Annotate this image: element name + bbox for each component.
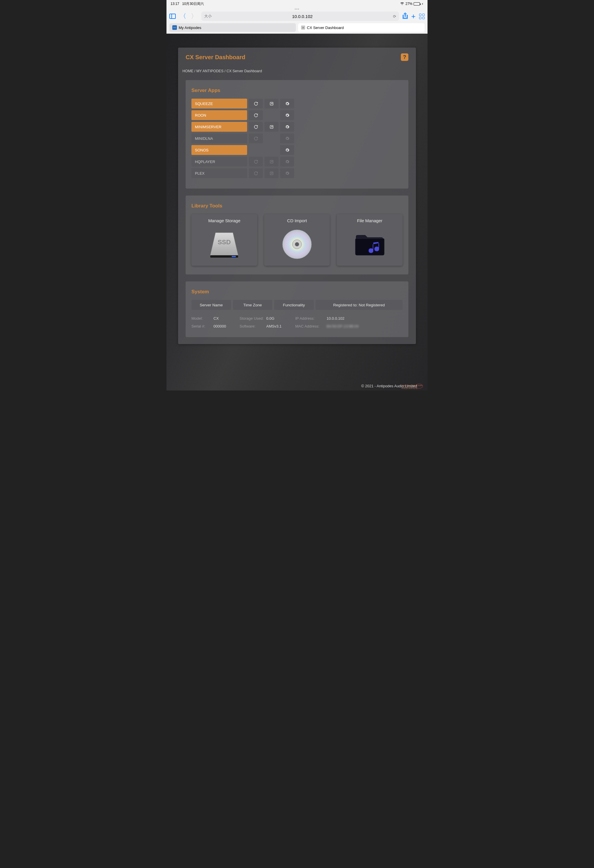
- tool-label: CD Import: [287, 218, 307, 223]
- settings-button: [280, 133, 294, 143]
- drag-handle-icon: •••: [170, 7, 424, 10]
- ip-value: 10.0.0.102: [327, 316, 402, 320]
- server-apps-panel: Server Apps SQUEEZEROONMINIMSERVERMINIDL…: [186, 80, 408, 189]
- model-value: CX: [214, 316, 240, 320]
- software-value: AMSv3.1: [266, 324, 295, 328]
- server-app-name[interactable]: MINIMSERVER: [192, 122, 247, 132]
- server-app-row: MINIDLNA: [192, 133, 402, 143]
- breadcrumb-current: CX Server Dashboard: [227, 69, 262, 73]
- help-button[interactable]: ?: [401, 53, 408, 61]
- svg-text:SSD: SSD: [218, 238, 231, 246]
- software-label: Software:: [240, 324, 266, 328]
- svg-rect-5: [232, 256, 236, 257]
- tabs-overview-icon[interactable]: [419, 14, 424, 19]
- server-app-row: SONOS: [192, 145, 402, 155]
- charging-icon: ⚡︎: [422, 2, 423, 6]
- open-button[interactable]: [264, 99, 279, 108]
- new-tab-button[interactable]: +: [411, 12, 416, 21]
- folder-music-icon: [340, 227, 400, 262]
- server-app-row: MINIMSERVER: [192, 122, 402, 132]
- forward-button: 〉: [190, 12, 198, 21]
- ssd-icon: SSD: [194, 227, 254, 262]
- address-bar[interactable]: 大小 10.0.0.102 ⟳: [201, 12, 399, 21]
- server-apps-title: Server Apps: [192, 88, 402, 93]
- tool-label: Manage Storage: [208, 218, 240, 223]
- spacer: [264, 133, 279, 143]
- mac-value: B4:50:DF:13:9B:04: [327, 324, 402, 328]
- browser-chrome: ••• 〈 〉 大小 10.0.0.102 ⟳ + 〰 My Antipodes…: [167, 6, 427, 34]
- browser-tab[interactable]: ✕ CX Server Dashboard: [298, 23, 424, 32]
- ip-label: IP Address:: [295, 316, 327, 320]
- server-app-name[interactable]: SQUEEZE: [192, 99, 247, 108]
- file-manager-tool[interactable]: File Manager: [337, 214, 402, 266]
- reload-icon[interactable]: ⟳: [393, 14, 396, 19]
- tab-label: My Antipodes: [179, 25, 201, 30]
- time-zone-button[interactable]: Time Zone: [233, 300, 273, 310]
- server-app-name[interactable]: SONOS: [192, 145, 247, 155]
- tool-label: File Manager: [357, 218, 383, 223]
- library-tools-panel: Library Tools Manage Storage SSD: [186, 196, 408, 275]
- close-tab-icon[interactable]: ✕: [301, 25, 305, 30]
- server-app-name[interactable]: PLEX: [192, 168, 247, 178]
- storage-value: 0.0G: [266, 316, 295, 320]
- watermark: Headphoneclub.com耳机俱乐部论坛: [401, 384, 422, 389]
- library-tools-title: Library Tools: [192, 203, 402, 209]
- breadcrumb-my-antipodes[interactable]: MY ANTIPODES: [196, 69, 224, 73]
- functionality-button[interactable]: Functionality: [274, 300, 314, 310]
- refresh-button[interactable]: [249, 110, 263, 120]
- svg-point-9: [295, 242, 299, 246]
- server-name-button[interactable]: Server Name: [192, 300, 231, 310]
- status-date: 10月30日周六: [182, 2, 204, 6]
- settings-button: [280, 156, 294, 167]
- url-text: 10.0.0.102: [212, 14, 393, 19]
- system-info-grid: Model: CX Storage Used: 0.0G IP Address:…: [192, 316, 402, 328]
- server-app-name[interactable]: HQPLAYER: [192, 156, 247, 167]
- breadcrumb: HOME / MY ANTIPODES / CX Server Dashboar…: [178, 67, 416, 73]
- dashboard-card: CX Server Dashboard ? HOME / MY ANTIPODE…: [178, 47, 416, 344]
- settings-button[interactable]: [280, 110, 294, 120]
- sidebar-toggle-icon[interactable]: [170, 14, 176, 19]
- serial-label: Serial #:: [192, 324, 214, 328]
- manage-storage-tool[interactable]: Manage Storage SSD: [192, 214, 257, 266]
- text-size-label[interactable]: 大小: [204, 14, 212, 19]
- system-title: System: [192, 289, 402, 295]
- refresh-button: [249, 133, 263, 143]
- browser-tab[interactable]: 〰 My Antipodes: [170, 23, 296, 32]
- ipad-status-bar: 13:17 10月30日周六 27% ⚡︎: [167, 0, 427, 6]
- spacer: [264, 145, 279, 155]
- storage-label: Storage Used:: [240, 316, 266, 320]
- settings-button[interactable]: [280, 145, 294, 155]
- open-button: [264, 168, 279, 178]
- server-app-row: ROON: [192, 110, 402, 120]
- server-app-name[interactable]: ROON: [192, 110, 247, 120]
- server-app-name[interactable]: MINIDLNA: [192, 133, 247, 143]
- settings-button[interactable]: [280, 99, 294, 108]
- battery-icon: [414, 2, 420, 6]
- system-panel: System Server Name Time Zone Functionali…: [186, 281, 408, 337]
- back-button[interactable]: 〈: [179, 12, 187, 21]
- share-icon[interactable]: [402, 12, 408, 20]
- server-app-row: HQPLAYER: [192, 156, 402, 167]
- page-body: CX Server Dashboard ? HOME / MY ANTIPODE…: [167, 34, 427, 390]
- serial-value: 000000: [214, 324, 240, 328]
- refresh-button[interactable]: [249, 122, 263, 132]
- cd-import-tool[interactable]: CD Import: [264, 214, 330, 266]
- refresh-button[interactable]: [249, 99, 263, 108]
- model-label: Model:: [192, 316, 214, 320]
- spacer: [249, 145, 263, 155]
- tab-label: CX Server Dashboard: [307, 25, 344, 30]
- battery-percent: 27%: [405, 2, 413, 6]
- cd-icon: [267, 227, 327, 262]
- page-title: CX Server Dashboard: [186, 54, 245, 61]
- settings-button: [280, 168, 294, 178]
- spacer: [264, 110, 279, 120]
- server-app-row: SQUEEZE: [192, 99, 402, 108]
- open-button[interactable]: [264, 122, 279, 132]
- open-button: [264, 156, 279, 167]
- server-app-row: PLEX: [192, 168, 402, 178]
- registered-button[interactable]: Registered to: Not Registered: [315, 300, 402, 310]
- breadcrumb-home[interactable]: HOME: [183, 69, 193, 73]
- settings-button[interactable]: [280, 122, 294, 132]
- status-time: 13:17: [171, 2, 179, 6]
- refresh-button: [249, 168, 263, 178]
